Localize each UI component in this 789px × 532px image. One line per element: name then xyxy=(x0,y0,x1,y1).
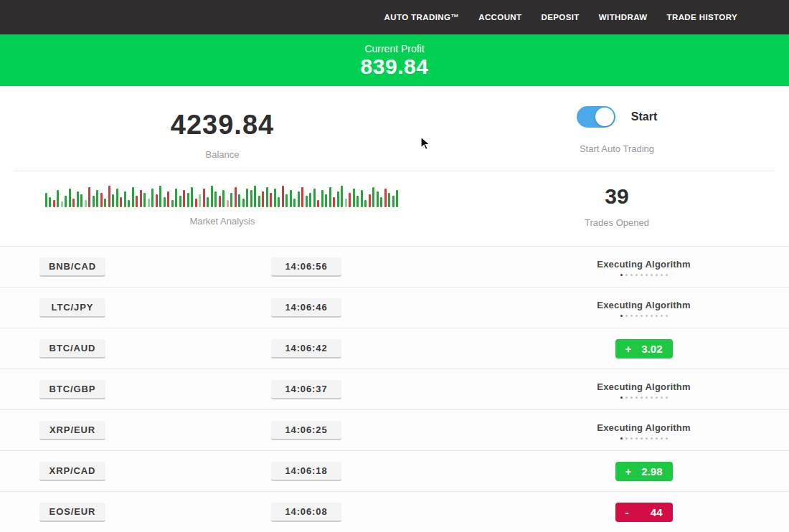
market-analysis-label: Market Analysis xyxy=(189,216,255,227)
market-bar xyxy=(156,194,158,207)
market-bar xyxy=(349,193,351,207)
market-bar xyxy=(274,189,276,207)
progress-dot xyxy=(661,437,663,440)
market-bar xyxy=(69,189,71,207)
market-bar xyxy=(337,191,339,207)
pair-badge: BNB/CAD xyxy=(39,257,105,277)
market-bar xyxy=(191,187,193,207)
progress-dot xyxy=(666,315,668,317)
pair-badge: XRP/CAD xyxy=(39,462,105,481)
nav-item-trade-history[interactable]: TRADE HISTORY xyxy=(667,13,738,22)
auto-trading-toggle[interactable] xyxy=(577,106,615,128)
progress-dot xyxy=(641,315,643,317)
toggle-knob xyxy=(595,108,614,126)
progress-dot xyxy=(630,437,633,440)
time-badge: 14:06:08 xyxy=(271,503,341,522)
market-bar xyxy=(258,196,260,207)
progress-dot xyxy=(661,274,663,276)
market-bar xyxy=(93,196,95,207)
progress-dot xyxy=(646,437,648,440)
market-bar xyxy=(380,197,382,207)
progress-dot xyxy=(651,437,653,440)
progress-dot xyxy=(625,437,628,440)
market-bar xyxy=(207,197,209,207)
pair-badge: BTC/GBP xyxy=(39,380,105,399)
market-bar xyxy=(49,197,51,207)
market-bar xyxy=(298,191,300,207)
market-bar xyxy=(143,193,146,207)
market-bar xyxy=(377,191,379,207)
market-bar xyxy=(187,193,189,207)
market-bar xyxy=(262,191,264,207)
progress-dots xyxy=(620,315,668,317)
trade-row: EOS/EUR14:06:08-44 xyxy=(0,491,789,532)
progress-dot xyxy=(651,315,653,317)
market-bar xyxy=(364,200,367,207)
market-bar xyxy=(179,196,181,207)
progress-dot xyxy=(646,274,648,276)
market-bar xyxy=(199,194,201,207)
progress-dot xyxy=(641,437,643,440)
market-bar xyxy=(333,197,335,207)
time-badge: 14:06:56 xyxy=(271,257,341,277)
progress-dots xyxy=(620,396,668,399)
market-bar xyxy=(356,196,359,207)
market-bar xyxy=(396,190,398,207)
trade-row: BNB/CAD14:06:56Executing Algorithm xyxy=(0,246,789,287)
market-bar xyxy=(222,190,225,207)
market-bar xyxy=(85,200,87,207)
time-badge: 14:06:18 xyxy=(271,462,341,481)
top-navbar: AUTO TRADING™ACCOUNTDEPOSITWITHDRAWTRADE… xyxy=(0,0,789,34)
market-bar xyxy=(235,187,237,207)
toggle-caption: Start Auto Trading xyxy=(580,143,654,154)
progress-dot xyxy=(636,274,638,276)
market-bar xyxy=(285,194,288,207)
toggle-start-label: Start xyxy=(631,110,657,123)
progress-dot xyxy=(666,396,668,399)
progress-dot xyxy=(620,396,623,399)
market-bar xyxy=(238,194,240,207)
status-box: Executing Algorithm xyxy=(559,247,728,288)
market-bar xyxy=(270,193,272,207)
executing-algorithm-label: Executing Algorithm xyxy=(597,381,690,392)
market-bar xyxy=(77,191,79,207)
market-bar xyxy=(104,199,106,207)
time-badge: 14:06:46 xyxy=(271,298,341,318)
trade-row: LTC/JPY14:06:46Executing Algorithm xyxy=(0,287,789,328)
pair-badge: LTC/JPY xyxy=(39,298,105,318)
nav-item-auto-trading[interactable]: AUTO TRADING™ xyxy=(384,13,460,22)
executing-algorithm-label: Executing Algorithm xyxy=(597,300,690,310)
progress-dot xyxy=(656,274,658,276)
market-bar xyxy=(250,190,252,207)
status-box: Executing Algorithm xyxy=(559,288,728,328)
progress-dots xyxy=(620,274,668,276)
market-bar xyxy=(345,199,347,207)
nav-item-account[interactable]: ACCOUNT xyxy=(478,13,521,22)
trades-opened-label: Trades Opened xyxy=(585,217,649,228)
status-box: Executing Algorithm xyxy=(559,410,728,451)
balance-label: Balance xyxy=(206,149,240,160)
progress-dot xyxy=(661,396,663,399)
market-section: Market Analysis 39 Trades Opened xyxy=(0,171,789,246)
nav-item-deposit[interactable]: DEPOSIT xyxy=(542,13,580,22)
market-bar xyxy=(242,199,245,207)
status-box: +2.98 xyxy=(559,451,728,492)
market-bar xyxy=(61,201,63,207)
progress-dot xyxy=(656,396,658,399)
market-bar xyxy=(195,199,197,207)
market-bar xyxy=(167,191,169,207)
result-sign: + xyxy=(625,465,632,478)
market-bar xyxy=(100,193,103,207)
market-bar xyxy=(369,194,371,207)
current-profit-label: Current Profit xyxy=(364,43,424,54)
market-bar xyxy=(341,186,343,207)
market-bar xyxy=(65,196,67,207)
progress-dot xyxy=(641,396,643,399)
market-bar xyxy=(384,189,387,207)
pair-badge: BTC/AUD xyxy=(39,339,105,358)
pair-badge: EOS/EUR xyxy=(39,503,105,522)
market-bar xyxy=(290,190,292,207)
nav-item-withdraw[interactable]: WITHDRAW xyxy=(599,13,648,22)
trade-row: BTC/AUD14:06:42+3.02 xyxy=(0,328,789,369)
market-bar xyxy=(306,196,308,207)
